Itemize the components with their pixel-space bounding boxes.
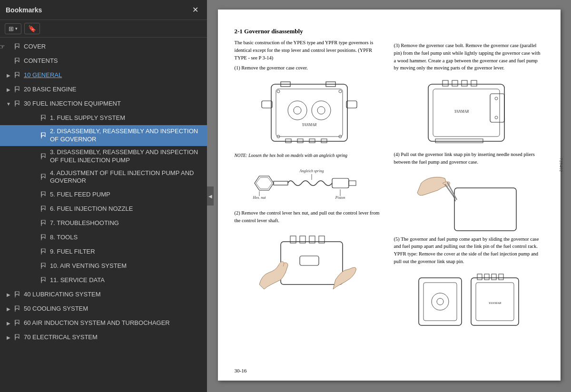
bookmark-item-50cool[interactable]: ▶ 50 COOLING SYSTEM — [0, 302, 207, 316]
svg-point-36 — [339, 90, 342, 93]
pump-diagram-1: YANMAR — [257, 75, 362, 151]
dropdown-arrow-icon: ▾ — [15, 26, 18, 31]
expand-arrow: ▶ — [5, 87, 12, 92]
bookmark-item-30-1[interactable]: 1. FUEL SUPPLY SYSTEM — [0, 111, 207, 125]
bookmark-item-30-2[interactable]: 2. DISASSEMBLY, REASSEMBLY AND INSPECTIO… — [0, 125, 207, 146]
bookmark-label: 2. DISASSEMBLY, REASSEMBLY AND INSPECTIO… — [50, 127, 203, 144]
bookmark-flag-icon — [13, 334, 21, 341]
bookmark-item-cover[interactable]: COVER☞ — [0, 39, 207, 54]
bookmark-item-30-5[interactable]: 5. FUEL FEED PUMP — [0, 187, 207, 202]
bookmark-label: 40 LUBRICATING SYSTEM — [24, 291, 203, 299]
bookmark-item-30-11[interactable]: 11. SERVICE DATA — [0, 273, 207, 287]
step-5-text: (5) The governor and fuel pump come apar… — [394, 236, 539, 264]
panel-header: Bookmarks ✕ — [0, 0, 207, 20]
svg-rect-66 — [435, 139, 483, 143]
svg-rect-25 — [346, 101, 357, 108]
bookmark-label: 8. TOOLS — [50, 234, 203, 242]
expand-arrow: ▶ — [5, 335, 12, 340]
bookmark-button[interactable]: 🔖 — [24, 23, 40, 34]
bookmark-item-30-4[interactable]: 4. ADJUSTMENT OF FUEL INJECTION PUMP AND… — [0, 167, 207, 188]
bookmark-flag-icon — [39, 132, 47, 139]
bookmark-item-30-9[interactable]: 9. FUEL FILTER — [0, 245, 207, 259]
svg-rect-78 — [477, 274, 482, 280]
bookmark-flag-icon — [13, 305, 21, 312]
page-number: 30-16 — [235, 368, 247, 373]
bookmark-label: COVER — [24, 43, 203, 51]
svg-text:YANMAR: YANMAR — [454, 109, 469, 114]
close-button[interactable]: ✕ — [189, 4, 201, 15]
svg-point-73 — [432, 293, 449, 310]
expand-arrow: ▶ — [5, 292, 12, 297]
svg-point-29 — [317, 107, 325, 114]
bookmark-item-60air[interactable]: ▶ 60 AIR INDUCTION SYSTEM AND TURBOCHAGE… — [0, 316, 207, 330]
bookmark-flag-icon — [13, 291, 21, 298]
step-5: (5) The governor and fuel pump come apar… — [394, 235, 544, 265]
svg-rect-24 — [262, 101, 272, 108]
diagram-3-container — [235, 227, 384, 304]
expand-arrow: ▶ — [5, 73, 12, 78]
bookmark-flag-icon — [39, 248, 47, 255]
doc-right-column: (3) Remove the governor case bolt. Remov… — [394, 28, 544, 335]
step-2: (2) Remove the control lever hex nut, an… — [235, 209, 384, 225]
diagram-1-container: YANMAR — [235, 75, 384, 151]
svg-rect-64 — [471, 80, 477, 86]
svg-rect-58 — [490, 94, 504, 122]
svg-rect-30 — [286, 139, 291, 143]
bookmark-item-20basic[interactable]: ▶ 20 BASIC ENGINE — [0, 82, 207, 97]
diagram-4-container: YANMAR — [394, 75, 544, 151]
svg-rect-21 — [276, 89, 343, 137]
bookmark-item-30-10[interactable]: 10. AIR VENTING SYSTEM — [0, 259, 207, 273]
svg-rect-61 — [443, 80, 448, 86]
collapse-panel-button[interactable]: ◀ — [207, 186, 214, 206]
bookmark-item-30-7[interactable]: 7. TROUBLESHOOTING — [0, 216, 207, 230]
svg-rect-20 — [271, 84, 347, 141]
bookmark-item-40lub[interactable]: ▶ 40 LUBRICATING SYSTEM — [0, 287, 207, 302]
bookmark-flag-icon — [39, 115, 47, 121]
bookmark-label: 5. FUEL FEED PUMP — [50, 191, 203, 199]
bookmark-label: CONTENTS — [24, 57, 203, 65]
section-title: 2-1 Governor disassembly — [235, 28, 384, 35]
grid-view-button[interactable]: ⊞ ▾ — [5, 23, 21, 34]
expand-arrow: ▼ — [5, 101, 12, 107]
bookmark-flag-icon — [39, 206, 47, 212]
bookmark-item-30-8[interactable]: 8. TOOLS — [0, 230, 207, 245]
diagram-6-container: YANMAR — [394, 268, 544, 335]
bookmark-item-10general[interactable]: ▶ 10 GENERAL — [0, 68, 207, 82]
bookmark-label: 11. SERVICE DATA — [50, 276, 203, 284]
pump-diagram-right: YANMAR — [416, 75, 521, 151]
bookmark-item-30-6[interactable]: 6. FUEL INJECTION NOZZLE — [0, 202, 207, 216]
intro-paragraph: The basic construction of the YPES type … — [235, 39, 384, 61]
bookmark-flag-icon — [39, 234, 47, 241]
svg-rect-81 — [499, 274, 503, 280]
bookmark-label: 20 BASIC ENGINE — [24, 86, 203, 94]
bookmark-item-30fuel[interactable]: ▼ 30 FUEL INJECTION EQUIPMENT — [0, 97, 207, 111]
bookmark-flag-icon — [13, 58, 21, 64]
bookmark-label: 30 FUEL INJECTION EQUIPMENT — [24, 100, 203, 108]
bookmarks-panel: Bookmarks ✕ ⊞ ▾ 🔖 COVER☞ CONTENTS▶ 10 GE… — [0, 0, 207, 392]
expand-arrow: ▶ — [5, 321, 12, 326]
bookmark-item-contents[interactable]: CONTENTS — [0, 54, 207, 68]
bookmark-flag-icon — [39, 220, 47, 226]
svg-point-60 — [495, 116, 498, 119]
bookmark-label: 50 COOLING SYSTEM — [24, 305, 203, 313]
pliers-diagram — [416, 169, 521, 235]
svg-rect-79 — [484, 274, 489, 280]
svg-point-35 — [277, 90, 280, 93]
bookmark-label: 9. FUEL FILTER — [50, 248, 203, 256]
bookmark-item-70elec[interactable]: ▶ 70 ELECTRICAL SYSTEM — [0, 330, 207, 344]
side-code: 728402 — [559, 158, 563, 172]
note-caption: NOTE: Loosen the hex bolt on models with… — [235, 153, 384, 159]
svg-rect-55 — [300, 256, 319, 265]
bookmark-flag-icon — [39, 153, 47, 160]
svg-text:YANMAR: YANMAR — [489, 301, 502, 305]
bookmark-flag-icon — [13, 72, 21, 78]
bookmark-label: 10 GENERAL — [24, 71, 203, 79]
document-page: 2-1 Governor disassembly The basic const… — [218, 10, 561, 381]
svg-rect-50 — [281, 242, 343, 284]
svg-text:Angleich spring: Angleich spring — [299, 169, 324, 173]
separated-diagram: YANMAR — [416, 268, 521, 335]
svg-point-59 — [495, 97, 498, 100]
expand-arrow: ▶ — [5, 306, 12, 312]
bookmark-flag-icon — [13, 100, 21, 107]
bookmark-item-30-3[interactable]: 3. DISASSEMBLY, REASSEMBLY AND INSPECTIO… — [0, 146, 207, 167]
